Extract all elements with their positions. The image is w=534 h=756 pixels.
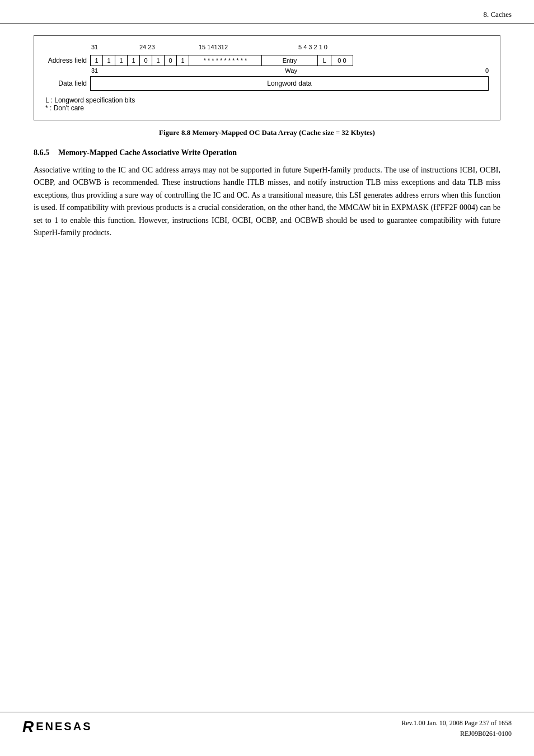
logo-r: R <box>22 718 35 736</box>
footer-logo: RENESAS <box>22 718 92 736</box>
bit-num-15141312: 15 141312 <box>199 44 228 50</box>
legend-item-L: L : Longword specification bits <box>45 96 489 104</box>
zero-cell: 0 0 <box>331 55 353 66</box>
page-footer: RENESAS Rev.1.00 Jan. 10, 2008 Page 237 … <box>0 712 534 739</box>
section-title: Memory-Mapped Cache Associative Write Op… <box>58 148 237 157</box>
bit-cell-7: 0 <box>165 55 177 66</box>
figure-container: 31 24 23 15 141312 5 4 3 2 1 0 Address f… <box>34 35 500 120</box>
bit-cell-8: 1 <box>177 55 189 66</box>
bit-num-2423: 24 23 <box>139 44 155 50</box>
figure-caption: Figure 8.8 Memory-Mapped OC Data Array (… <box>34 128 500 137</box>
data-field-row: Data field Longword data <box>45 76 489 91</box>
way-label: Way <box>285 67 297 74</box>
way-row: 31 Way 0 <box>45 67 489 74</box>
sub-num-31: 31 <box>91 67 98 74</box>
address-field-row: Address field 1 1 1 1 0 1 0 1 * * * * * … <box>45 55 489 66</box>
legend: L : Longword specification bits * : Don'… <box>45 96 489 112</box>
data-field-content: Longword data <box>90 76 489 91</box>
legend-item-star: * : Don't care <box>45 104 489 112</box>
bit-cell-2: 1 <box>103 55 115 66</box>
logo-text: ENESAS <box>36 720 92 733</box>
bit-cell-6: 1 <box>152 55 165 66</box>
page-header: 8. Caches <box>0 0 534 24</box>
footer-info: Rev.1.00 Jan. 10, 2008 Page 237 of 1658 … <box>401 718 512 739</box>
address-field-label: Address field <box>45 57 90 64</box>
footer-rev: Rev.1.00 Jan. 10, 2008 Page 237 of 1658 <box>401 718 512 729</box>
bit-cell-5: 0 <box>140 55 152 66</box>
sub-num-0: 0 <box>485 67 489 74</box>
diagram-area: 31 24 23 15 141312 5 4 3 2 1 0 Address f… <box>45 44 489 91</box>
data-field-label: Data field <box>45 80 90 87</box>
section-number: 8.6.5 <box>34 148 49 157</box>
dont-care-cell: * * * * * * * * * * * <box>189 55 262 66</box>
entry-cell: Entry <box>262 55 318 66</box>
footer-ref: REJ09B0261-0100 <box>401 729 512 739</box>
body-text: Associative writing to the IC and OC add… <box>34 164 500 239</box>
bit-num-31: 31 <box>91 44 98 50</box>
bit-cell-1: 1 <box>91 55 103 66</box>
bit-cell-4: 1 <box>128 55 140 66</box>
header-text: 8. Caches <box>483 10 512 18</box>
section-heading: 8.6.5 Memory-Mapped Cache Associative Wr… <box>34 148 500 157</box>
bit-num-54321: 5 4 3 2 1 0 <box>298 44 327 50</box>
bit-cell-3: 1 <box>115 55 128 66</box>
L-cell: L <box>318 55 331 66</box>
page-content: 31 24 23 15 141312 5 4 3 2 1 0 Address f… <box>0 35 534 239</box>
